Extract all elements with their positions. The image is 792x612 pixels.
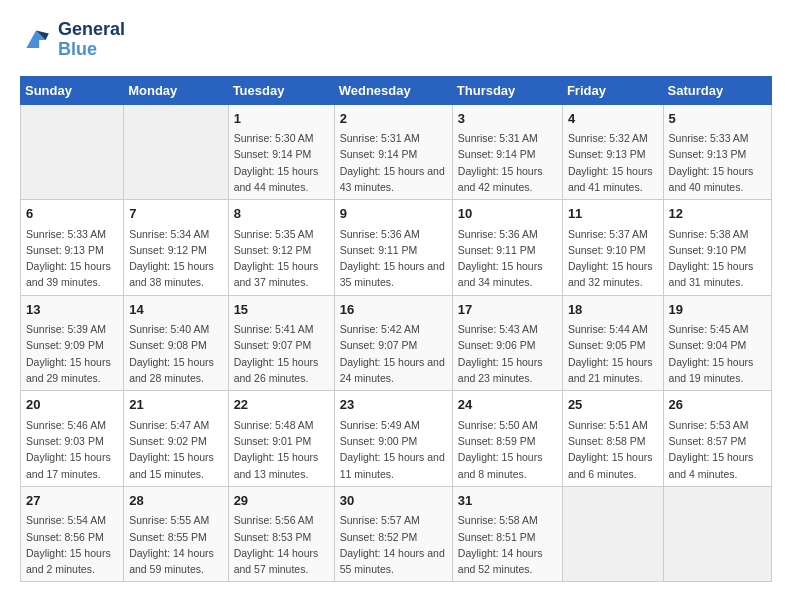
day-number: 29 [234, 491, 329, 511]
calendar-cell: 11 Sunrise: 5:37 AM Sunset: 9:10 PM Dayl… [562, 200, 663, 296]
calendar-cell: 13 Sunrise: 5:39 AM Sunset: 9:09 PM Dayl… [21, 295, 124, 391]
calendar-cell: 22 Sunrise: 5:48 AM Sunset: 9:01 PM Dayl… [228, 391, 334, 487]
day-number: 15 [234, 300, 329, 320]
day-detail: Sunrise: 5:30 AM Sunset: 9:14 PM Dayligh… [234, 130, 329, 195]
calendar-cell: 12 Sunrise: 5:38 AM Sunset: 9:10 PM Dayl… [663, 200, 771, 296]
calendar-cell [124, 104, 228, 200]
day-number: 3 [458, 109, 557, 129]
calendar-week-row: 27 Sunrise: 5:54 AM Sunset: 8:56 PM Dayl… [21, 486, 772, 582]
day-detail: Sunrise: 5:57 AM Sunset: 8:52 PM Dayligh… [340, 512, 447, 577]
calendar-cell: 26 Sunrise: 5:53 AM Sunset: 8:57 PM Dayl… [663, 391, 771, 487]
calendar-week-row: 6 Sunrise: 5:33 AM Sunset: 9:13 PM Dayli… [21, 200, 772, 296]
day-detail: Sunrise: 5:47 AM Sunset: 9:02 PM Dayligh… [129, 417, 222, 482]
weekday-header: Monday [124, 76, 228, 104]
calendar-cell [562, 486, 663, 582]
day-number: 21 [129, 395, 222, 415]
day-number: 19 [669, 300, 766, 320]
calendar-cell: 28 Sunrise: 5:55 AM Sunset: 8:55 PM Dayl… [124, 486, 228, 582]
day-number: 25 [568, 395, 658, 415]
day-detail: Sunrise: 5:33 AM Sunset: 9:13 PM Dayligh… [26, 226, 118, 291]
calendar-cell: 10 Sunrise: 5:36 AM Sunset: 9:11 PM Dayl… [452, 200, 562, 296]
calendar-cell: 2 Sunrise: 5:31 AM Sunset: 9:14 PM Dayli… [334, 104, 452, 200]
calendar-cell: 9 Sunrise: 5:36 AM Sunset: 9:11 PM Dayli… [334, 200, 452, 296]
calendar-cell: 7 Sunrise: 5:34 AM Sunset: 9:12 PM Dayli… [124, 200, 228, 296]
day-detail: Sunrise: 5:35 AM Sunset: 9:12 PM Dayligh… [234, 226, 329, 291]
day-detail: Sunrise: 5:36 AM Sunset: 9:11 PM Dayligh… [458, 226, 557, 291]
day-number: 12 [669, 204, 766, 224]
page-header: General Blue [20, 20, 772, 60]
day-detail: Sunrise: 5:58 AM Sunset: 8:51 PM Dayligh… [458, 512, 557, 577]
day-number: 30 [340, 491, 447, 511]
day-number: 27 [26, 491, 118, 511]
day-detail: Sunrise: 5:44 AM Sunset: 9:05 PM Dayligh… [568, 321, 658, 386]
calendar-week-row: 1 Sunrise: 5:30 AM Sunset: 9:14 PM Dayli… [21, 104, 772, 200]
day-number: 16 [340, 300, 447, 320]
day-detail: Sunrise: 5:42 AM Sunset: 9:07 PM Dayligh… [340, 321, 447, 386]
day-number: 24 [458, 395, 557, 415]
day-detail: Sunrise: 5:50 AM Sunset: 8:59 PM Dayligh… [458, 417, 557, 482]
calendar-cell: 24 Sunrise: 5:50 AM Sunset: 8:59 PM Dayl… [452, 391, 562, 487]
calendar-cell: 20 Sunrise: 5:46 AM Sunset: 9:03 PM Dayl… [21, 391, 124, 487]
day-number: 2 [340, 109, 447, 129]
day-detail: Sunrise: 5:46 AM Sunset: 9:03 PM Dayligh… [26, 417, 118, 482]
day-detail: Sunrise: 5:51 AM Sunset: 8:58 PM Dayligh… [568, 417, 658, 482]
day-detail: Sunrise: 5:48 AM Sunset: 9:01 PM Dayligh… [234, 417, 329, 482]
calendar-cell: 5 Sunrise: 5:33 AM Sunset: 9:13 PM Dayli… [663, 104, 771, 200]
calendar-cell: 4 Sunrise: 5:32 AM Sunset: 9:13 PM Dayli… [562, 104, 663, 200]
day-detail: Sunrise: 5:40 AM Sunset: 9:08 PM Dayligh… [129, 321, 222, 386]
calendar-cell: 16 Sunrise: 5:42 AM Sunset: 9:07 PM Dayl… [334, 295, 452, 391]
weekday-header: Saturday [663, 76, 771, 104]
calendar-cell: 25 Sunrise: 5:51 AM Sunset: 8:58 PM Dayl… [562, 391, 663, 487]
day-number: 23 [340, 395, 447, 415]
day-detail: Sunrise: 5:31 AM Sunset: 9:14 PM Dayligh… [458, 130, 557, 195]
day-number: 17 [458, 300, 557, 320]
day-number: 6 [26, 204, 118, 224]
calendar-cell: 27 Sunrise: 5:54 AM Sunset: 8:56 PM Dayl… [21, 486, 124, 582]
calendar-cell: 31 Sunrise: 5:58 AM Sunset: 8:51 PM Dayl… [452, 486, 562, 582]
calendar-table: SundayMondayTuesdayWednesdayThursdayFrid… [20, 76, 772, 583]
day-number: 4 [568, 109, 658, 129]
day-detail: Sunrise: 5:54 AM Sunset: 8:56 PM Dayligh… [26, 512, 118, 577]
calendar-cell: 30 Sunrise: 5:57 AM Sunset: 8:52 PM Dayl… [334, 486, 452, 582]
day-detail: Sunrise: 5:34 AM Sunset: 9:12 PM Dayligh… [129, 226, 222, 291]
logo-text: General Blue [58, 20, 125, 60]
weekday-header: Friday [562, 76, 663, 104]
day-number: 7 [129, 204, 222, 224]
day-number: 26 [669, 395, 766, 415]
calendar-cell: 23 Sunrise: 5:49 AM Sunset: 9:00 PM Dayl… [334, 391, 452, 487]
day-detail: Sunrise: 5:41 AM Sunset: 9:07 PM Dayligh… [234, 321, 329, 386]
day-detail: Sunrise: 5:56 AM Sunset: 8:53 PM Dayligh… [234, 512, 329, 577]
calendar-cell: 21 Sunrise: 5:47 AM Sunset: 9:02 PM Dayl… [124, 391, 228, 487]
day-number: 13 [26, 300, 118, 320]
calendar-cell: 6 Sunrise: 5:33 AM Sunset: 9:13 PM Dayli… [21, 200, 124, 296]
calendar-cell: 17 Sunrise: 5:43 AM Sunset: 9:06 PM Dayl… [452, 295, 562, 391]
day-detail: Sunrise: 5:38 AM Sunset: 9:10 PM Dayligh… [669, 226, 766, 291]
day-detail: Sunrise: 5:32 AM Sunset: 9:13 PM Dayligh… [568, 130, 658, 195]
calendar-cell: 14 Sunrise: 5:40 AM Sunset: 9:08 PM Dayl… [124, 295, 228, 391]
day-detail: Sunrise: 5:31 AM Sunset: 9:14 PM Dayligh… [340, 130, 447, 195]
day-detail: Sunrise: 5:36 AM Sunset: 9:11 PM Dayligh… [340, 226, 447, 291]
calendar-week-row: 20 Sunrise: 5:46 AM Sunset: 9:03 PM Dayl… [21, 391, 772, 487]
day-number: 10 [458, 204, 557, 224]
day-number: 22 [234, 395, 329, 415]
weekday-header: Wednesday [334, 76, 452, 104]
calendar-cell: 18 Sunrise: 5:44 AM Sunset: 9:05 PM Dayl… [562, 295, 663, 391]
weekday-header: Tuesday [228, 76, 334, 104]
calendar-cell: 15 Sunrise: 5:41 AM Sunset: 9:07 PM Dayl… [228, 295, 334, 391]
calendar-cell: 1 Sunrise: 5:30 AM Sunset: 9:14 PM Dayli… [228, 104, 334, 200]
day-detail: Sunrise: 5:45 AM Sunset: 9:04 PM Dayligh… [669, 321, 766, 386]
day-number: 11 [568, 204, 658, 224]
day-number: 5 [669, 109, 766, 129]
day-detail: Sunrise: 5:43 AM Sunset: 9:06 PM Dayligh… [458, 321, 557, 386]
calendar-cell [21, 104, 124, 200]
day-detail: Sunrise: 5:33 AM Sunset: 9:13 PM Dayligh… [669, 130, 766, 195]
calendar-cell: 8 Sunrise: 5:35 AM Sunset: 9:12 PM Dayli… [228, 200, 334, 296]
day-number: 1 [234, 109, 329, 129]
calendar-cell: 19 Sunrise: 5:45 AM Sunset: 9:04 PM Dayl… [663, 295, 771, 391]
calendar-cell: 29 Sunrise: 5:56 AM Sunset: 8:53 PM Dayl… [228, 486, 334, 582]
calendar-cell [663, 486, 771, 582]
day-number: 31 [458, 491, 557, 511]
day-detail: Sunrise: 5:37 AM Sunset: 9:10 PM Dayligh… [568, 226, 658, 291]
weekday-header-row: SundayMondayTuesdayWednesdayThursdayFrid… [21, 76, 772, 104]
day-number: 20 [26, 395, 118, 415]
